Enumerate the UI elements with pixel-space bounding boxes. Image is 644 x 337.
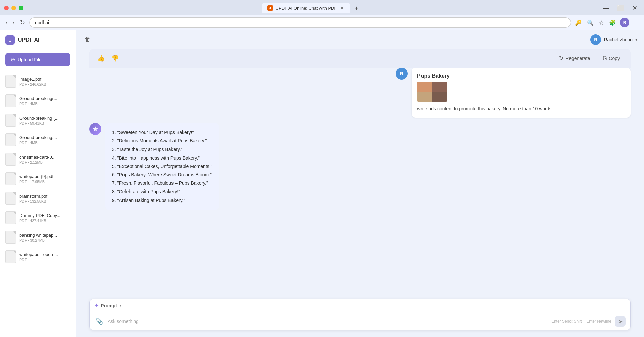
bakery-img-3 <box>417 92 432 102</box>
feedback-right: ↻ Regenerate ⎘ Copy <box>555 53 624 64</box>
bakery-img-2 <box>432 82 447 92</box>
copy-button[interactable]: ⎘ Copy <box>599 53 624 64</box>
file-item[interactable]: whitepaper(9).pdf PDF · 17.95MB <box>0 169 76 188</box>
back-button[interactable]: ‹ <box>4 18 9 28</box>
file-item[interactable]: Ground-breaking(... PDF · 4MB <box>0 91 76 111</box>
file-name: brainstorm.pdf <box>19 194 70 199</box>
forward-button[interactable]: › <box>11 18 16 28</box>
user-name: Rachel zhong <box>604 37 633 42</box>
chat-area: R Pups Bakery write ads content to promo… <box>76 68 644 299</box>
like-button[interactable]: 👍 <box>96 53 106 64</box>
tab-bar: U UPDF AI Online: Chat with PDF ✕ + <box>262 3 362 13</box>
tab-close-button[interactable]: ✕ <box>339 5 345 11</box>
sparkle-icon: ✦ <box>94 302 99 309</box>
file-size: PDF · 17.95MB <box>19 180 70 184</box>
close-button[interactable]: ✕ <box>630 3 640 13</box>
chevron-down-icon: ▾ <box>635 37 637 42</box>
file-name: Image1.pdf <box>19 77 70 82</box>
file-item[interactable]: christmas-card-0... PDF · 2.12MB <box>0 150 76 169</box>
url-input[interactable] <box>29 17 571 28</box>
top-actions: 🗑 R Rachel zhong ▾ <box>76 30 644 49</box>
message-input[interactable] <box>108 319 548 324</box>
prompt-label: Prompt <box>101 303 117 308</box>
file-info: brainstorm.pdf PDF · 132.58KB <box>19 194 70 203</box>
file-icon <box>5 94 16 107</box>
file-info: Ground-breaking(... PDF · 4MB <box>19 96 70 106</box>
app-container: U UPDF AI ⊕ Upload File Image1.pdf PDF ·… <box>0 30 644 337</box>
upload-file-button[interactable]: ⊕ Upload File <box>5 53 70 66</box>
file-item[interactable]: whitepaper_open-... PDF · — <box>0 247 76 266</box>
menu-button[interactable]: ⋮ <box>632 18 640 27</box>
input-hint: Enter Send; Shift + Enter Newline <box>551 319 611 324</box>
file-size: PDF · 59.41KB <box>19 121 70 125</box>
ai-list-item-1: 1. "Sweeten Your Day at Pups Bakery!" <box>112 128 212 137</box>
file-info: Ground-breaking (... PDF · 59.41KB <box>19 116 70 125</box>
file-item[interactable]: Ground-breaking.... PDF · 4MB <box>0 130 76 150</box>
restore-button[interactable]: ⬜ <box>614 3 627 13</box>
file-item[interactable]: banking whitepap... PDF · 30.27MB <box>0 227 76 247</box>
ai-list-item-8: 8. "Celebrate with Pups Bakery!" <box>112 187 212 196</box>
browser-user-avatar[interactable]: R <box>620 18 629 27</box>
password-icon[interactable]: 🔑 <box>574 18 583 27</box>
close-window-button[interactable] <box>4 6 9 10</box>
file-item[interactable]: Dummy PDF_Copy... PDF · 427.41KB <box>0 208 76 227</box>
file-size: PDF · 2.12MB <box>19 160 70 164</box>
file-size: PDF · 4MB <box>19 102 70 106</box>
user-avatar: R <box>590 34 601 45</box>
file-item[interactable]: Image1.pdf PDF · 246.62KB <box>0 72 76 91</box>
bookmark-icon[interactable]: ☆ <box>598 18 605 27</box>
file-item[interactable]: Ground-breaking (... PDF · 59.41KB <box>0 111 76 130</box>
attach-button[interactable]: 📎 <box>94 316 104 326</box>
address-bar: ‹ › ↻ 🔑 🔍 ☆ 🧩 R ⋮ <box>0 15 644 30</box>
send-button[interactable]: ➤ <box>615 316 626 327</box>
file-name: Ground-breaking (... <box>19 116 70 121</box>
file-info: banking whitepap... PDF · 30.27MB <box>19 233 70 242</box>
user-message-bubble: Pups Bakery write ads content to promote… <box>412 68 631 118</box>
user-message-text: write ads content to promote this bakery… <box>417 105 625 112</box>
extensions-icon[interactable]: 🧩 <box>608 18 617 27</box>
file-name: christmas-card-0... <box>19 155 70 160</box>
dislike-button[interactable]: 👎 <box>110 53 120 64</box>
zoom-icon[interactable]: 🔍 <box>586 18 595 27</box>
file-size: PDF · 427.41KB <box>19 219 70 223</box>
tab-title: UPDF AI Online: Chat with PDF <box>276 6 337 11</box>
reload-button[interactable]: ↻ <box>19 17 27 28</box>
file-icon <box>5 172 16 185</box>
file-size: PDF · 4MB <box>19 141 70 145</box>
input-row: 📎 Enter Send; Shift + Enter Newline ➤ <box>90 312 630 330</box>
bakery-name: Pups Bakery <box>417 73 625 79</box>
feedback-left: 👍 👎 <box>96 53 120 64</box>
file-info: christmas-card-0... PDF · 2.12MB <box>19 155 70 164</box>
user-message-avatar: R <box>396 68 408 80</box>
ai-list-item-5: 5. "Exceptional Cakes, Unforgettable Mom… <box>112 162 212 171</box>
file-info: whitepaper(9).pdf PDF · 17.95MB <box>19 174 70 184</box>
file-name: Ground-breaking(... <box>19 96 70 101</box>
sidebar: U UPDF AI ⊕ Upload File Image1.pdf PDF ·… <box>0 30 76 337</box>
trash-button[interactable]: 🗑 <box>83 34 93 45</box>
regenerate-button[interactable]: ↻ Regenerate <box>555 53 594 64</box>
file-icon <box>5 114 16 127</box>
file-info: Image1.pdf PDF · 246.62KB <box>19 77 70 86</box>
file-info: Dummy PDF_Copy... PDF · 427.41KB <box>19 213 70 223</box>
bakery-image-grid <box>417 82 447 102</box>
file-list: Image1.pdf PDF · 246.62KB Ground-breakin… <box>0 70 76 337</box>
minimize-button[interactable]: — <box>600 3 611 13</box>
file-name: whitepaper(9).pdf <box>19 174 70 179</box>
file-item[interactable]: brainstorm.pdf PDF · 132.58KB <box>0 188 76 208</box>
user-info[interactable]: R Rachel zhong ▾ <box>590 34 637 45</box>
main-content: 🗑 R Rachel zhong ▾ 👍 👎 ↻ Regenerate ⎘ C <box>76 30 644 337</box>
new-tab-button[interactable]: + <box>351 3 361 13</box>
active-tab[interactable]: U UPDF AI Online: Chat with PDF ✕ <box>262 3 350 13</box>
file-icon <box>5 211 16 224</box>
file-info: Ground-breaking.... PDF · 4MB <box>19 135 70 145</box>
ai-list-item-6: 6. "Pups Bakery: Where Sweet Dreams Bloo… <box>112 171 212 179</box>
copy-icon: ⎘ <box>603 55 607 61</box>
sidebar-header: U UPDF AI <box>0 30 76 49</box>
minimize-window-button[interactable] <box>11 6 16 10</box>
file-size: PDF · 132.58KB <box>19 199 70 203</box>
maximize-window-button[interactable] <box>19 6 23 10</box>
ai-list-item-2: 2. "Delicious Moments Await at Pups Bake… <box>112 137 212 145</box>
prompt-dropdown-icon[interactable]: ▾ <box>120 304 121 307</box>
title-bar: U UPDF AI Online: Chat with PDF ✕ + — ⬜ … <box>3 3 641 13</box>
ai-list-item-4: 4. "Bite into Happiness with Pups Bakery… <box>112 154 212 162</box>
